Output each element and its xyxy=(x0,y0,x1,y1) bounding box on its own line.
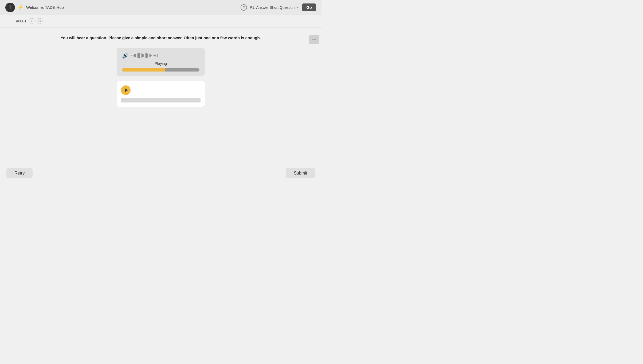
chevron-down-icon: ▼ xyxy=(296,6,299,9)
header-left: T ⚡ Welcome, TADE Hub xyxy=(5,3,64,12)
playing-label: Playing xyxy=(122,61,199,66)
item-number: #0001 xyxy=(16,19,26,23)
retry-button[interactable]: Retry xyxy=(6,168,33,178)
footer: Retry Submit xyxy=(0,164,322,182)
pencil-icon[interactable]: ✏ xyxy=(309,35,319,44)
progress-fill xyxy=(122,68,165,72)
tag-badge[interactable]: 🏷 xyxy=(37,18,42,24)
app-header: T ⚡ Welcome, TADE Hub ? P1: Answer Short… xyxy=(0,0,322,15)
go-button[interactable]: Go xyxy=(302,3,316,11)
audio-player: 🔊 Playing xyxy=(117,48,205,76)
waveform xyxy=(131,52,158,59)
response-area xyxy=(117,81,205,107)
help-icon[interactable]: ? xyxy=(241,4,247,11)
submit-button[interactable]: Submit xyxy=(286,168,315,178)
play-button[interactable] xyxy=(121,85,131,95)
audio-top: 🔊 xyxy=(122,52,199,59)
response-waveform xyxy=(121,98,201,102)
welcome-text: Welcome, TADE Hub xyxy=(26,5,64,10)
avatar: T xyxy=(5,3,15,12)
task-selector[interactable]: P1: Answer Short Question ▼ xyxy=(250,5,299,10)
sub-header: #0001 i 🏷 xyxy=(0,15,322,27)
play-icon xyxy=(125,88,128,92)
lightning-icon: ⚡ xyxy=(18,5,23,10)
task-label: P1: Answer Short Question xyxy=(250,5,295,10)
main-content: You will hear a question. Please give a … xyxy=(0,27,322,115)
speaker-icon: 🔊 xyxy=(122,52,129,59)
instruction-text: You will hear a question. Please give a … xyxy=(16,35,305,40)
info-badge[interactable]: i xyxy=(29,18,34,24)
header-right: ? P1: Answer Short Question ▼ Go xyxy=(241,3,316,11)
progress-bar xyxy=(122,68,199,72)
